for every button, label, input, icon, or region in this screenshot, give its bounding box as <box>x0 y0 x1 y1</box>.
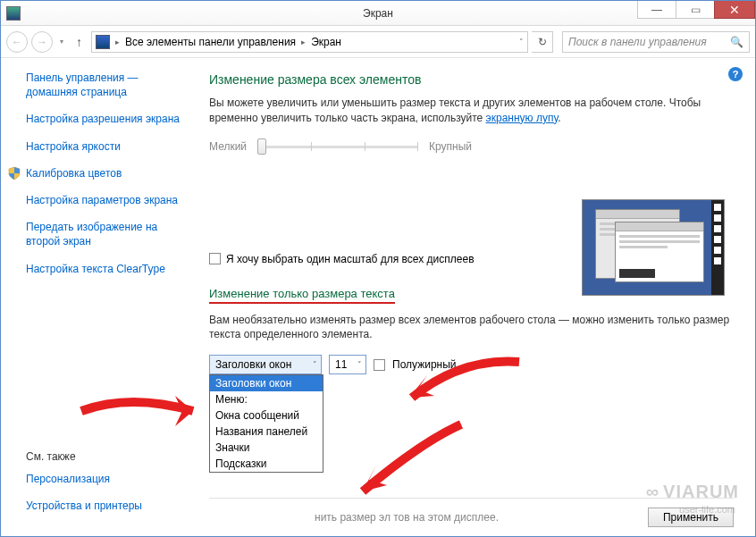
intro-text-part: Вы можете увеличить или уменьшить размер… <box>209 96 701 124</box>
forward-button[interactable]: → <box>31 31 53 53</box>
scale-slider[interactable] <box>257 138 418 155</box>
sidebar-item-params[interactable]: Настройка параметров экрана <box>26 193 184 207</box>
minimize-button[interactable]: — <box>637 1 676 19</box>
close-button[interactable]: ✕ <box>714 1 755 19</box>
text-size-description: Вам необязательно изменять размер всех э… <box>209 313 734 343</box>
sidebar-item-calibration[interactable]: Калибровка цветов <box>26 166 184 180</box>
chevron-down-icon: ˅ <box>357 360 362 369</box>
bold-label: Полужирный <box>392 358 457 371</box>
slider-max-label: Крупный <box>429 140 472 153</box>
combo-value: 11 <box>335 358 347 371</box>
sidebar: Панель управления — домашняя страница На… <box>1 58 193 536</box>
footer-status-text: нить размер эл тов на этом дисплее. <box>315 511 499 524</box>
text-size-controls: Заголовки окон ˅ Заголовки окон Меню: Ок… <box>209 355 734 374</box>
film-strip-icon <box>711 200 724 295</box>
dropdown-option[interactable]: Заголовки окон <box>210 375 323 391</box>
heading-text-size: Изменение только размера текста <box>209 287 395 304</box>
search-icon[interactable]: 🔍 <box>730 36 743 48</box>
slider-min-label: Мелкий <box>209 140 247 153</box>
dropdown-option[interactable]: Значки <box>210 440 323 456</box>
dropdown-option[interactable]: Подсказки <box>210 456 323 472</box>
breadcrumb-sep-icon: ▸ <box>115 38 120 46</box>
sidebar-home-link[interactable]: Панель управления — домашняя страница <box>26 71 184 99</box>
magnifier-link[interactable]: экранную лупу <box>486 112 559 124</box>
titlebar: Экран — ▭ ✕ <box>1 1 755 26</box>
main-panel: Изменение размера всех элементов Вы може… <box>193 58 755 536</box>
infinity-icon: ∞ <box>646 482 659 502</box>
intro-text-part: . <box>558 112 560 124</box>
search-placeholder: Поиск в панели управления <box>568 36 707 48</box>
dropdown-option[interactable]: Меню: <box>210 391 323 407</box>
watermark-secondary: user-life.com <box>679 504 735 515</box>
sidebar-item-brightness[interactable]: Настройка яркости <box>26 139 184 154</box>
window-controls: — ▭ ✕ <box>638 1 755 19</box>
element-type-combo[interactable]: Заголовки окон ˅ Заголовки окон Меню: Ок… <box>209 355 322 374</box>
dropdown-option[interactable]: Названия панелей <box>210 424 323 440</box>
scale-slider-row: Мелкий Крупный <box>209 138 734 155</box>
slider-thumb[interactable] <box>257 138 266 155</box>
sidebar-item-project[interactable]: Передать изображение на второй экран <box>26 220 184 248</box>
chevron-down-icon: ˅ <box>313 360 317 369</box>
dropdown-option[interactable]: Окна сообщений <box>210 407 323 424</box>
watermark-text: VIARUM <box>663 482 739 502</box>
breadcrumb-sep-icon: ▸ <box>301 38 306 46</box>
bold-checkbox[interactable] <box>374 359 385 371</box>
address-dropdown-icon[interactable]: ˅ <box>519 38 524 46</box>
shield-icon <box>7 166 21 180</box>
element-type-dropdown: Заголовки окон Меню: Окна сообщений Назв… <box>209 374 323 473</box>
refresh-button[interactable]: ↻ <box>532 31 553 53</box>
sidebar-item-resolution[interactable]: Настройка разрешения экрана <box>26 112 184 126</box>
sidebar-item-cleartype[interactable]: Настройка текста ClearType <box>26 262 184 276</box>
back-button[interactable]: ← <box>6 31 28 53</box>
annotation-arrow-icon <box>340 415 466 505</box>
see-also-header: См. также <box>26 450 184 463</box>
display-preview <box>582 199 725 296</box>
sidebar-item-label: Калибровка цветов <box>26 167 122 180</box>
see-also-devices[interactable]: Устройства и принтеры <box>26 499 184 513</box>
navbar: ← → ▾ ↑ ▸ Все элементы панели управления… <box>1 26 755 58</box>
preview-window-icon <box>615 222 704 282</box>
location-icon <box>96 35 110 49</box>
font-size-combo[interactable]: 11 ˅ <box>329 355 366 374</box>
breadcrumb-item[interactable]: Все элементы панели управления <box>125 36 296 48</box>
checkbox-label: Я хочу выбрать один масштаб для всех дис… <box>226 253 475 265</box>
search-input[interactable]: Поиск в панели управления 🔍 <box>562 31 750 53</box>
maximize-button[interactable]: ▭ <box>676 1 715 19</box>
combo-value: Заголовки окон <box>215 358 291 371</box>
see-also-section: См. также Персонализация Устройства и пр… <box>26 441 184 525</box>
app-icon <box>6 6 21 21</box>
single-scale-checkbox[interactable] <box>209 253 221 264</box>
watermark: ∞ VIARUM <box>646 482 739 502</box>
content-area: ? Панель управления — домашняя страница … <box>1 58 755 536</box>
history-dropdown[interactable]: ▾ <box>60 38 63 46</box>
see-also-personalization[interactable]: Персонализация <box>26 472 184 486</box>
up-button[interactable]: ↑ <box>76 35 82 49</box>
breadcrumb-item[interactable]: Экран <box>311 36 341 48</box>
intro-text: Вы можете увеличить или уменьшить размер… <box>209 96 734 126</box>
address-bar[interactable]: ▸ Все элементы панели управления ▸ Экран… <box>91 31 528 53</box>
heading-resize-all: Изменение размера всех элементов <box>209 72 734 87</box>
